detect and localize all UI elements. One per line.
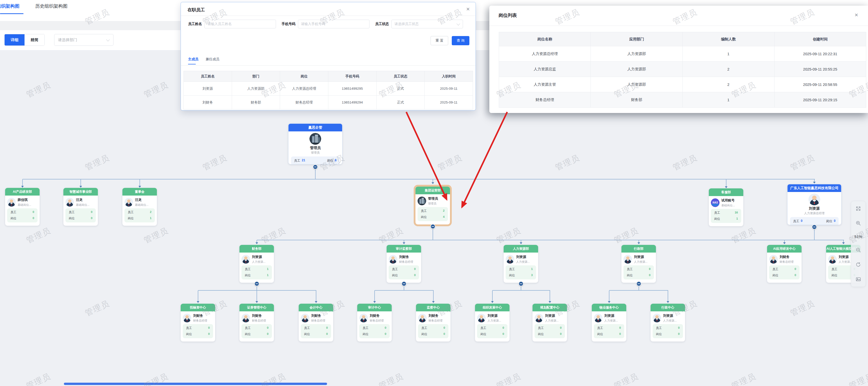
org-node-gd-ai-company[interactable]: 广东人工智能赢思科技有限公司刘资源人力资源总经理员工0岗位0: [787, 184, 841, 225]
org-node-audit-supervision-dept[interactable]: 审计监察部刘财务财务总经理员工0岗位0: [386, 245, 421, 283]
table-cell: 人力资源总经理: [280, 82, 328, 96]
org-node-investment-center[interactable]: 投融资中心刘财务财务总经理员工0岗位0: [181, 304, 215, 342]
leader-title: 人力资源...: [604, 319, 618, 323]
org-node-body: 管理员管理员: [415, 194, 450, 207]
employee-stat: 员工0: [304, 326, 328, 330]
collapse-button[interactable]: [254, 281, 259, 286]
simple-mode-button[interactable]: 精简: [25, 34, 44, 46]
employee-status-select[interactable]: 请选择员工状态: [392, 20, 463, 28]
tab-org-chart[interactable]: 组织架构图: [0, 3, 20, 9]
zoom-in-icon[interactable]: [855, 220, 862, 227]
zoom-out-icon[interactable]: [855, 247, 862, 253]
member-tab[interactable]: 兼任成员: [206, 57, 219, 64]
collapse-button[interactable]: [812, 225, 817, 230]
column-header: 员工状态: [376, 71, 425, 82]
close-icon[interactable]: ✕: [854, 12, 859, 19]
org-node-customer-service-dept[interactable]: 客服部NAS试用账号基础岗位...员工16岗位1: [709, 188, 743, 226]
connector-line: [550, 291, 550, 301]
text-input[interactable]: 请输入员工姓名: [205, 20, 276, 28]
org-node-finance-dept[interactable]: 财务部刘资源人力资源...员工1岗位1: [240, 245, 274, 283]
org-chart-page: 组织架构图 历史组织架构图 详细 精简 请选择部门 赢思企管管理员管理员员工21…: [0, 0, 868, 386]
leader-title: 财务总经理: [193, 319, 207, 323]
leader-name: 刘资源: [839, 255, 852, 259]
node-stats: 员工1岗位3: [506, 265, 536, 279]
org-node-hr-dept[interactable]: 人力资源部刘资源人力资源...员工1岗位3: [504, 245, 538, 283]
detail-mode-button[interactable]: 详细: [5, 34, 25, 46]
org-node-title: 会计中心: [299, 304, 333, 311]
org-node-securities-center[interactable]: 证券管理中心刘财务财务总经理员工0岗位0: [240, 304, 274, 342]
table-cell: 人力资源部: [232, 82, 280, 96]
org-node-title: 组织发展中心: [475, 304, 509, 311]
connector-line: [814, 230, 815, 240]
fit-view-icon[interactable]: [855, 205, 862, 212]
leader-name: 刘资源: [634, 255, 648, 259]
collapse-button[interactable]: [636, 281, 641, 286]
leader-title: 人力资源...: [545, 319, 559, 323]
avatar: [309, 133, 321, 145]
table-header-row: 岗位名称应用部门编制人数创建时间: [499, 32, 866, 46]
employee-stat: 员工1: [245, 267, 269, 271]
node-stats: 员工1岗位1: [242, 265, 272, 279]
table-cell: 2025-09-11: [425, 82, 473, 96]
org-node-audit-center[interactable]: 审计中心刘财务财务总经理员工0岗位0: [357, 304, 392, 342]
horizontal-scrollbar-thumb[interactable]: [64, 383, 327, 385]
leader-name: 刘资源: [663, 314, 677, 318]
org-node-supervision-center[interactable]: 监察中心刘财务财务总经理员工0岗位0: [416, 304, 451, 342]
org-node-group-operations-dept[interactable]: 集团运营部管理员管理员员工2岗位4: [415, 187, 450, 225]
collapse-button[interactable]: [430, 224, 435, 229]
collapse-button[interactable]: [401, 281, 406, 286]
org-node-title: 规划配置中心: [532, 304, 567, 311]
reset-button[interactable]: 重 置: [431, 36, 448, 45]
org-node-property-center[interactable]: 物业服务中心刘资源人力资源...员工0岗位0: [592, 304, 626, 342]
org-node-accounting-center[interactable]: 会计中心刘财务财务总经理员工0岗位0: [299, 304, 333, 342]
zoom-control-panel: 51%: [851, 201, 866, 287]
org-node-smart-city-dept[interactable]: 智慧城市事业部汪龙基础岗位...员工0岗位0: [63, 188, 98, 226]
org-node-ai-product-dept[interactable]: AI产品研发部薛佳琪基础岗位...员工0岗位0: [5, 188, 40, 226]
table-cell: 1: [682, 46, 774, 62]
org-node-board[interactable]: 董事会汪龙基础岗位...员工2岗位1: [122, 188, 157, 226]
department-select[interactable]: 请选择部门: [54, 34, 114, 46]
text-input[interactable]: 请输入手机号码: [298, 20, 370, 28]
close-icon[interactable]: ✕: [465, 6, 471, 12]
org-node-body: 刘资源人力资源...: [651, 311, 685, 324]
org-node-planning-center[interactable]: 规划配置中心刘资源人力资源...员工0岗位0: [532, 304, 567, 342]
search-button[interactable]: 查 询: [452, 36, 469, 45]
form-field: 员工状态请选择员工状态: [375, 20, 463, 28]
org-node-title: 监察中心: [416, 304, 451, 311]
org-node-admin-center[interactable]: 行政中心刘资源人力资源...员工0岗位0: [651, 304, 685, 342]
connector-line: [256, 240, 257, 242]
org-node-title: 财务部: [240, 245, 274, 253]
member-tab[interactable]: 主成员: [188, 57, 198, 64]
collapse-button[interactable]: [313, 165, 318, 170]
tab-history-org-chart[interactable]: 历史组织架构图: [35, 3, 67, 9]
employee-modal-title: 在职员工: [188, 7, 205, 13]
org-node-root[interactable]: 赢思企管管理员管理员员工21岗位8: [288, 123, 342, 165]
department-select-placeholder: 请选择部门: [58, 37, 107, 42]
refresh-icon[interactable]: [855, 261, 862, 268]
position-stat: 岗位0: [10, 216, 34, 220]
org-node-body: 刘财务财务总经理: [767, 253, 802, 265]
export-image-icon[interactable]: [855, 276, 862, 283]
collapse-button[interactable]: [519, 281, 524, 286]
connector-line: [375, 290, 434, 291]
org-node-org-dev-center[interactable]: 组织发展中心刘资源人力资源...员工0岗位0: [475, 304, 509, 342]
table-header-row: 员工姓名部门岗位手机号码员工状态入职时间: [184, 71, 473, 82]
table-cell: 人力资源主管: [499, 77, 591, 92]
leader-name: 试用账号: [721, 198, 735, 203]
node-stats: 员工0岗位0: [242, 324, 272, 338]
org-node-admin-dept[interactable]: 行政部刘资源人力资源...员工0岗位0: [621, 245, 656, 283]
org-node-body: 薛佳琪基础岗位...: [5, 196, 40, 208]
connector-line: [140, 179, 140, 186]
node-stats: 员工0岗位0: [359, 324, 390, 338]
connector-line: [784, 240, 785, 242]
connector-line: [814, 179, 815, 182]
form-field: 员工姓名请输入员工姓名: [188, 20, 276, 28]
leader-name: 刘财务: [370, 314, 384, 318]
position-stat: 岗位1: [245, 273, 269, 277]
active-tab-underline: [0, 13, 24, 14]
table-cell: 2: [682, 77, 774, 92]
connector-line: [639, 240, 639, 242]
org-node-ai-app-rd-center[interactable]: AI应用研发中心刘财务财务总经理员工0岗位0: [767, 245, 802, 283]
position-stat: 岗位1: [128, 216, 152, 220]
connector-line: [521, 240, 521, 242]
